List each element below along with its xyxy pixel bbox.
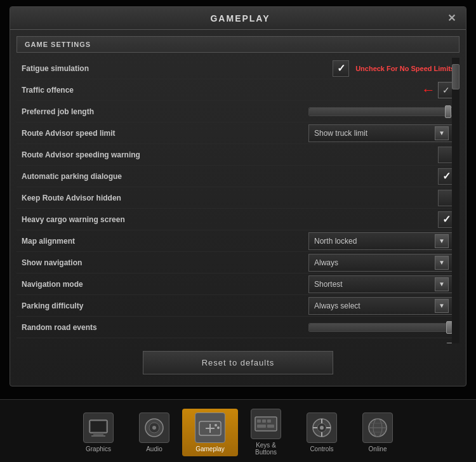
nav-label-online: Online [369,446,387,452]
nav-label-gameplay: Gameplay [195,446,225,452]
control-fatigue: Uncheck For No Speed Limits [296,60,454,77]
annotation-text: Uncheck For No Speed Limits [355,65,454,72]
setting-row-heavy-cargo: Heavy cargo warning screen [17,209,459,230]
label-show-nav: Show navigation [22,258,296,267]
dropdown-map-align[interactable]: North locked ▼ [308,232,454,250]
setting-row-traffic: Traffic offence ← [17,79,459,101]
svg-rect-3 [91,421,106,432]
nav-item-gameplay[interactable]: Gameplay [182,409,238,456]
svg-rect-14 [262,419,266,423]
slider-thumb-job [445,105,451,118]
reset-defaults-button[interactable]: Reset to defaults [143,351,333,374]
control-speeding-warn [296,147,454,163]
scrollbar[interactable] [452,58,459,343]
nav-item-controls[interactable]: Controls [294,409,350,456]
svg-rect-1 [93,433,103,435]
label-road-events: Random road events [22,323,296,332]
dropdown-nav-mode[interactable]: Shortest ▼ [308,275,454,293]
setting-row-speeding-warn: Route Advisor speeding warning [17,144,459,166]
setting-row-fatigue: Fatigue simulation Uncheck For No Speed … [17,58,459,79]
dropdown-park-diff[interactable]: Always select ▼ [308,297,454,315]
control-advisor-hidden [296,190,454,206]
settings-container: Fatigue simulation Uncheck For No Speed … [17,58,459,343]
svg-rect-12 [255,417,277,431]
label-speeding-warn: Route Advisor speeding warning [22,150,296,159]
control-show-nav: Always ▼ [296,254,454,272]
control-job-length [296,107,454,116]
control-nav-mode: Shortest ▼ [296,275,454,293]
dropdown-speed-limit[interactable]: Show truck limit ▼ [308,124,454,142]
section-header: GAME SETTINGS [17,36,459,53]
control-map-align: North locked ▼ [296,232,454,250]
slider-road-events[interactable] [308,323,454,332]
svg-point-20 [320,426,324,430]
modal-title: GAMEPLAY [33,13,447,23]
dropdown-show-nav[interactable]: Always ▼ [308,254,454,272]
setting-row-nav-mode: Navigation mode Shortest ▼ [17,274,459,295]
setting-row-speed-limit: Route Advisor speed limit Show truck lim… [17,122,459,144]
setting-row-job-length: Preferred job length [17,101,459,122]
dropdown-speed-limit-label: Show truck limit [314,129,367,138]
chevron-down-icon-map: ▼ [435,234,449,248]
slider-fill-road [309,324,454,331]
controls-icon [307,412,337,443]
modal-title-bar: GAMEPLAY ✕ [10,7,466,30]
svg-rect-16 [257,425,266,428]
setting-row-advisor-hidden: Keep Route Advisor hidden [17,187,459,209]
chevron-down-icon-nav: ▼ [435,256,449,270]
scrollbar-thumb [452,64,459,89]
control-speed-limit: Show truck limit ▼ [296,124,454,142]
label-job-length: Preferred job length [22,107,296,116]
svg-rect-15 [267,419,271,423]
dropdown-map-align-label: North locked [314,237,357,246]
graphics-icon [83,412,114,443]
label-parking-dlg: Automatic parking dialogue [22,172,296,181]
slider-job-length[interactable] [308,107,454,116]
audio-icon [139,412,169,443]
nav-label-audio: Audio [146,446,162,452]
setting-row-detours: Detours [17,338,459,343]
nav-item-keys[interactable]: Keys & Buttons [238,405,294,459]
label-traffic: Traffic offence [22,86,296,95]
control-traffic: ← [296,82,454,98]
svg-rect-17 [267,425,274,428]
close-button[interactable]: ✕ [447,12,456,24]
svg-rect-2 [91,435,105,437]
slider-fill-job [309,108,447,116]
label-fatigue: Fatigue simulation [22,64,296,73]
svg-rect-13 [257,419,261,423]
nav-item-online[interactable]: Online [350,409,406,456]
dropdown-nav-mode-label: Shortest [314,280,343,289]
red-arrow-icon: ← [421,82,435,98]
nav-label-keys: Keys & Buttons [255,442,277,456]
chevron-down-icon-navmode: ▼ [435,277,449,291]
label-park-diff: Parking difficulty [22,301,296,310]
nav-label-graphics: Graphics [86,446,111,452]
online-icon [362,412,393,443]
control-road-events [296,323,454,332]
nav-item-audio[interactable]: Audio [126,409,182,456]
setting-row-show-nav: Show navigation Always ▼ [17,252,459,274]
checkbox-fatigue[interactable] [333,60,349,77]
control-parking-dlg [296,168,454,185]
gameplay-icon [195,412,225,443]
label-nav-mode: Navigation mode [22,280,296,289]
nav-item-graphics[interactable]: Graphics [70,409,126,456]
control-heavy-cargo [296,211,454,228]
nav-label-controls: Controls [310,446,333,452]
svg-point-11 [217,426,220,429]
modal-overlay: GAMEPLAY ✕ GAME SETTINGS Fatigue simulat… [0,0,476,462]
gameplay-modal: GAMEPLAY ✕ GAME SETTINGS Fatigue simulat… [10,6,466,386]
modal-body: GAME SETTINGS Fatigue simulation Uncheck… [10,30,466,386]
label-heavy-cargo: Heavy cargo warning screen [22,215,296,224]
dropdown-show-nav-label: Always [314,258,338,267]
setting-row-parking-dlg: Automatic parking dialogue [17,166,459,187]
svg-point-6 [152,426,156,430]
chevron-down-icon-park: ▼ [435,299,449,313]
label-speed-limit: Route Advisor speed limit [22,129,296,138]
setting-row-road-events: Random road events [17,317,459,338]
setting-row-map-align: Map alignment North locked ▼ [17,230,459,252]
label-advisor-hidden: Keep Route Advisor hidden [22,194,296,202]
svg-point-10 [215,424,217,426]
setting-row-park-diff: Parking difficulty Always select ▼ [17,295,459,317]
